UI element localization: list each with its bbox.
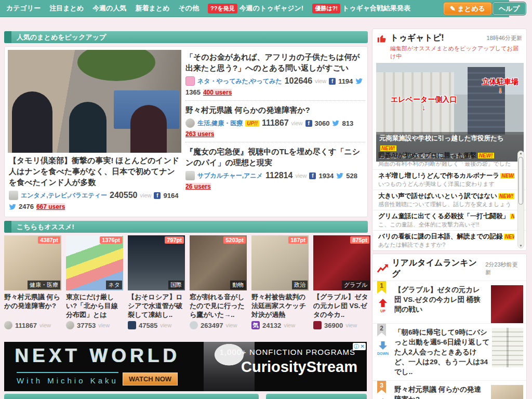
nav-item-featured[interactable]: 注目まとめ <box>49 4 84 13</box>
card-title[interactable]: 東京にだけ厳しい?「北から目線分布図」とは <box>66 292 123 320</box>
topic-title: バリの看板に謎の日本語、解読までの記録 <box>378 233 503 240</box>
topic-item[interactable]: グリム童話に出てくる必殺技「一打七闘殺」NEW! こ、この童話、全体的に攻撃力高… <box>373 210 526 231</box>
recommend-card[interactable]: 5203pt 動物 窓が割れる音がしたので見に行ったら鷹がいた→.. 26349… <box>190 235 247 329</box>
view-label: view <box>345 322 357 328</box>
view-label: view <box>315 78 326 84</box>
topics-scrollbar[interactable]: ▲ ▼ <box>517 151 524 248</box>
card-title[interactable]: 野々村被告裁判の法廷画家スケッチ対決が過熱 <box>251 292 309 320</box>
watch-now-button[interactable]: WATCH NOW <box>123 373 178 385</box>
category-tag: 健康・医療 <box>28 281 60 289</box>
ranking-header: リアルタイムランキング 2分23秒前更新 <box>373 254 526 281</box>
category-links[interactable]: 生活,健康・医療 <box>197 119 243 128</box>
ranking-item-3[interactable]: 3 UP 野々村元県議 何らかの発達障害か? <box>373 380 526 399</box>
points-badge: 797pt <box>165 236 184 244</box>
photo-caption-title[interactable]: 元商業施設や学校に引っ越した市役所たち <box>379 135 504 142</box>
adchoices-info-icon[interactable]: ⓘ <box>354 343 359 349</box>
pickup-article-list: 「そのお金があれば、アフリカの子供たちは何が出来たと思う?」へのとある問い返しが… <box>185 48 365 194</box>
list-item: 『魔女の宅急便』視聴中のTLを埋め尽くす「ニシンのパイ」の理想と現実 サブカルチ… <box>185 142 365 194</box>
recommend-card[interactable]: 1376pt ネタ 東京にだけ厳しい?「北から目線分布図」とは 37753 vi… <box>66 235 123 329</box>
facebook-icon: f <box>305 120 312 127</box>
view-label: view <box>291 120 303 126</box>
scrollbar-thumb[interactable] <box>518 157 523 205</box>
ranking-item-thumbnail <box>492 328 523 367</box>
ranking-item-title: 野々村元県議 何らかの発達障害か? <box>394 384 487 399</box>
card-meta: 気 24132 view <box>251 321 309 329</box>
view-count: 24132 <box>262 322 281 329</box>
nav-item-categories[interactable]: カテゴリー <box>6 4 41 13</box>
users-link[interactable]: 400 users <box>203 89 232 96</box>
featured-article-image[interactable] <box>8 50 181 153</box>
category-tag: 動物 <box>230 281 246 289</box>
view-count: 263497 <box>201 322 223 329</box>
create-summary-label: まとめる <box>458 5 485 12</box>
topic-item[interactable]: バリの看板に謎の日本語、解読までの記録NEW! あなたは解読できますか? <box>373 231 526 249</box>
avatar <box>128 321 136 329</box>
scroll-up-arrow-icon[interactable]: ▲ <box>518 152 524 155</box>
recommend-card[interactable]: 187pt 政治 野々村被告裁判の法廷画家スケッチ対決が過熱 気 24132 v… <box>251 235 309 329</box>
up-label: UP <box>377 309 389 313</box>
next-section-bar <box>4 394 259 399</box>
topic-subtitle: こ、この童話、全体的に攻撃力高いぞ!! <box>378 221 514 229</box>
avatar[interactable] <box>185 171 195 180</box>
view-label: view <box>284 322 295 328</box>
nav-item-other[interactable]: その他 <box>178 4 199 13</box>
topic-item[interactable]: 囲碁AIが初めてプロに勝った衝撃NEW! 局面の有利不利の判断が難しく「最後の砦… <box>373 150 526 170</box>
recommend-card[interactable]: 4387pt 健康・医療 野々村元県議 何らかの発達障害か? 111867 vi… <box>4 235 61 329</box>
scroll-down-arrow-icon[interactable]: ▼ <box>518 244 524 247</box>
topic-subtitle: いつものうどんが美味しく洋風に変わります <box>378 180 514 188</box>
rank-up-indicator: UP <box>377 299 389 313</box>
users-link[interactable]: 263 users <box>185 130 214 138</box>
article-title[interactable]: 「そのお金があれば、アフリカの子供たちは何が出来たと思う?」へのとある問い返しが… <box>185 51 365 73</box>
article-title[interactable]: 『魔女の宅急便』視聴中のTLを埋め尽くす「ニシンのパイ」の理想と現実 <box>185 146 365 168</box>
article-meta: サブカルチャー,アニメ 112814 view f 1934 528 26 us… <box>185 171 365 190</box>
card-title[interactable]: 野々村元県議 何らかの発達障害か? <box>4 292 61 320</box>
promo-label: トゥギャ合戦結果発表 <box>342 4 410 13</box>
category-tag: ネタ <box>106 281 122 289</box>
featured-article-title[interactable]: 【タモリ倶楽部】衝撃の事実! ほとんどのインド人はナンを食べた事がなく、日本で初… <box>9 155 181 188</box>
list-item: 「そのお金があれば、アフリカの子供たちは何が出来たと思う?」へのとある問い返しが… <box>185 48 365 101</box>
category-tag: 政治 <box>292 281 308 289</box>
new-badge: NEW! <box>510 214 514 219</box>
ranking-item-2[interactable]: 2 DOWN 「朝6時に帰宅して9時にバシっと出動を週5-6日繰り返してた人2人… <box>373 323 526 380</box>
ranking-item-title: 「朝6時に帰宅して9時にバシっと出動を週5-6日繰り返してた人2人会ったときある… <box>394 327 490 377</box>
topic-item[interactable]: 大きい声で話せばいいという訳ではないNEW! 感音性難聴について理解し、話し方を… <box>373 190 526 210</box>
nav-item-weekly-popular[interactable]: 今週の人気 <box>92 4 126 13</box>
help-button[interactable]: ヘルプ <box>493 2 526 15</box>
category-links[interactable]: エンタメ,テレビ,バラエティー <box>21 191 107 200</box>
users-link[interactable]: 667 users <box>36 203 65 210</box>
ad-banner[interactable]: NEXT WORLD With Michio Kaku WATCH NOW 1,… <box>4 342 367 391</box>
photo-label-text: 立体駐車場 <box>482 77 518 86</box>
recommend-card[interactable]: 875pt グラブル 【グラブル】ゼタの元カレ団 VS.ゼタの今カ.. 3690… <box>313 235 370 329</box>
ranking-item-1[interactable]: 1 UP 【グラブル】ゼタの元カレ団 VS.ゼタの今カレ団 桶狭間の戦い <box>373 281 526 323</box>
nav-promo-battle-results[interactable]: 優勝は?! トゥギャ合戦結果発表 <box>312 4 410 14</box>
photo-label-parking: 立体駐車場 ↓ <box>482 77 518 93</box>
points-badge: 1376pt <box>100 236 122 244</box>
nav-item-new[interactable]: 新着まとめ <box>135 4 169 13</box>
image-person <box>130 105 167 153</box>
topic-item[interactable]: ネギ増し増し!うどんで作るカルボナーラNEW! いつものうどんが美味しく洋風に変… <box>373 170 526 190</box>
category-links[interactable]: サブカルチャー,アニメ <box>197 171 263 180</box>
category-links[interactable]: ネタ・やってみた,やってみた <box>197 77 282 86</box>
create-summary-button[interactable]: ✎ まとめる <box>443 2 492 15</box>
rank-badge: 2 <box>377 324 386 336</box>
twitter-icon <box>355 78 363 84</box>
facebook-count: 3060 <box>315 119 330 127</box>
category-tag: 国際 <box>168 281 184 289</box>
ad-close-icon[interactable]: ✕ <box>361 343 365 349</box>
avatar[interactable] <box>185 76 195 86</box>
card-title[interactable]: 【グラブル】ゼタの元カレ団 VS.ゼタの今カ.. <box>313 292 370 320</box>
avatar[interactable] <box>9 191 18 200</box>
recommend-section-title: こちらもオススメ! <box>17 223 74 231</box>
recommend-card[interactable]: 797pt 国際 【おそロシア】ロシアで水道管が破裂して凍結し.. 47585 … <box>128 235 185 329</box>
article-title[interactable]: 野々村元県議 何らかの発達障害か? <box>185 104 365 115</box>
card-title[interactable]: 窓が割れる音がしたので見に行ったら鷹がいた→.. <box>190 292 247 320</box>
avatar[interactable] <box>185 118 195 128</box>
topic-title: グリム童話に出てくる必殺技「一打七闘殺」 <box>378 212 509 220</box>
togetter-homepage: カテゴリー 注目まとめ 今週の人気 新着まとめ その他 ??を発見 今週のトゥギ… <box>0 0 532 399</box>
view-count: 112814 <box>265 171 293 180</box>
topic-photo[interactable]: 立体駐車場 ↓ エレベーター側入口 ↓ 元商業施設や学校に引っ越した市役所たちN… <box>376 63 524 162</box>
users-link[interactable]: 26 users <box>185 183 211 190</box>
nav-promo-togezine[interactable]: ??を発見 今週のトゥギャジン! <box>208 4 303 14</box>
ad-tagline: 1,000+ NONFICTION PROGRAMS <box>220 348 355 356</box>
card-title[interactable]: 【おそロシア】ロシアで水道管が破裂して凍結し.. <box>128 292 185 320</box>
